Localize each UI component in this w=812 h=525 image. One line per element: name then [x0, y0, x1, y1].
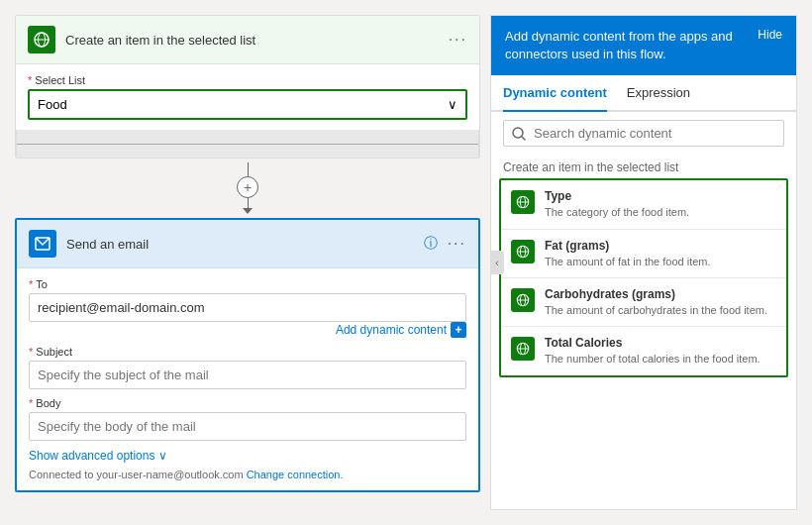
arrow-down-icon	[243, 208, 253, 214]
search-icon	[512, 127, 526, 141]
search-box	[503, 120, 784, 147]
tabs-row: Dynamic content Expression	[491, 75, 796, 112]
show-advanced-label: Show advanced options	[29, 449, 154, 463]
dynamic-section-title: Create an item in the selected list	[491, 155, 796, 178]
select-list-label: * Select List	[28, 74, 467, 86]
chevron-down-icon: ∨	[158, 449, 167, 463]
svg-line-5	[522, 137, 525, 140]
send-email-card-body: * To Add dynamic content + * Subject * B…	[17, 268, 478, 490]
show-advanced-button[interactable]: Show advanced options ∨	[29, 449, 167, 463]
add-dynamic-content-label: Add dynamic content	[336, 323, 447, 337]
email-more-button[interactable]: ···	[448, 235, 466, 253]
dynamic-item-icon	[511, 240, 535, 263]
dynamic-item-name: Total Calories	[545, 336, 776, 350]
subject-input[interactable]	[29, 361, 466, 389]
email-icon	[29, 230, 56, 258]
select-list-dropdown[interactable]: Food ∨	[28, 89, 467, 120]
dynamic-item-desc: The amount of carbohydrates in the food …	[545, 303, 776, 317]
to-label: * To	[29, 278, 466, 290]
dynamic-list-item[interactable]: Fat (grams) The amount of fat in the foo…	[501, 230, 786, 278]
add-step-button[interactable]: +	[237, 176, 258, 198]
dynamic-list-item[interactable]: Carbohydrates (grams) The amount of carb…	[501, 278, 786, 327]
subject-label: * Subject	[29, 346, 466, 358]
dynamic-item-name: Type	[545, 189, 776, 203]
dynamic-item-name: Fat (grams)	[545, 239, 776, 253]
connector-bar	[16, 130, 479, 158]
dynamic-item-icon	[511, 288, 535, 312]
dynamic-list-item[interactable]: Total Calories The number of total calor…	[501, 327, 786, 374]
send-email-card-header: Send an email ⓘ ···	[17, 220, 478, 268]
create-item-card-header: Create an item in the selected list ···	[16, 16, 479, 64]
left-panel: Create an item in the selected list ··· …	[15, 15, 480, 510]
dynamic-header: Add dynamic content from the apps and co…	[491, 16, 796, 75]
body-input[interactable]	[29, 412, 466, 441]
collapse-panel-button[interactable]: ‹	[490, 251, 504, 274]
dynamic-list-item[interactable]: Type The category of the food item.	[501, 180, 786, 229]
dynamic-item-desc: The category of the food item.	[545, 205, 776, 219]
change-connection-link[interactable]: Change connection.	[247, 469, 344, 480]
add-dynamic-plus-icon: +	[451, 322, 466, 338]
hide-button[interactable]: Hide	[758, 28, 782, 42]
dynamic-item-name: Carbohydrates (grams)	[545, 287, 776, 301]
dynamic-item-icon	[511, 190, 535, 214]
add-dynamic-content-button[interactable]: Add dynamic content +	[336, 322, 466, 338]
dynamic-item-icon	[511, 337, 535, 361]
send-email-card: Send an email ⓘ ··· * To Add dynamic con…	[15, 218, 480, 492]
dynamic-item-desc: The number of total calories in the food…	[545, 352, 776, 366]
search-dynamic-input[interactable]	[534, 126, 775, 141]
body-label: * Body	[29, 397, 466, 409]
create-item-more-button[interactable]: ···	[449, 31, 467, 49]
tab-dynamic-content[interactable]: Dynamic content	[503, 75, 607, 112]
dynamic-items-list: Type The category of the food item. Fat …	[499, 178, 788, 376]
send-email-title: Send an email	[66, 237, 414, 252]
connector-top-line	[248, 162, 249, 176]
create-item-card-body: * Select List Food ∨	[16, 64, 479, 130]
email-info-button[interactable]: ⓘ	[424, 235, 438, 253]
chevron-down-icon: ∨	[448, 97, 457, 112]
connected-text: Connected to your-user-name@outlook.com …	[29, 469, 466, 480]
dynamic-item-desc: The amount of fat in the food item.	[545, 255, 776, 268]
right-panel: ‹ Add dynamic content from the apps and …	[490, 15, 797, 510]
to-input[interactable]	[29, 293, 466, 322]
dynamic-header-text: Add dynamic content from the apps and co…	[505, 28, 748, 63]
create-item-icon	[28, 26, 55, 53]
globe-icon	[34, 32, 50, 48]
connector-line: +	[15, 162, 480, 214]
create-item-title: Create an item in the selected list	[65, 33, 439, 48]
add-dynamic-row: Add dynamic content +	[29, 322, 466, 338]
create-item-card: Create an item in the selected list ··· …	[15, 15, 480, 158]
select-list-value: Food	[38, 97, 67, 112]
tab-expression[interactable]: Expression	[627, 75, 690, 112]
connector-bottom-line	[248, 198, 249, 208]
